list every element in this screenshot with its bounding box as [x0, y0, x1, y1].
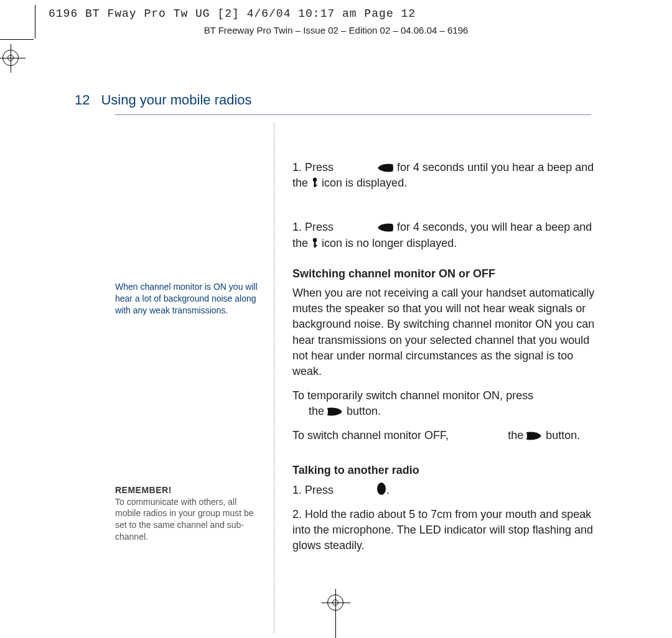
- step-keylock-on: 1. Press for 4 seconds until you hear a …: [292, 160, 597, 191]
- talk-step1: 1. Press .: [292, 482, 597, 498]
- monitor-button-icon: [526, 431, 543, 441]
- key-lock-icon: [311, 177, 319, 188]
- section-title: Using your mobile radios: [101, 92, 251, 108]
- heading-switching-monitor: Switching channel monitor ON or OFF: [292, 266, 597, 282]
- svg-rect-4: [314, 241, 316, 247]
- monitor-button-icon: [327, 407, 343, 417]
- sidebar: When channel monitor is ON you will hear…: [115, 281, 261, 543]
- talk-step2: 2. Hold the radio about 5 to 7cm from yo…: [292, 507, 597, 554]
- svg-rect-5: [314, 245, 317, 246]
- svg-rect-1: [314, 181, 316, 187]
- mode-button-icon: [376, 223, 394, 233]
- heading-talking: Talking to another radio: [292, 463, 597, 478]
- svg-rect-2: [314, 185, 317, 186]
- mode-button-icon: [376, 163, 394, 173]
- svg-point-6: [377, 483, 386, 495]
- remember-heading: REMEMBER!: [115, 484, 261, 496]
- print-header: BT Freeway Pro Twin – Issue 02 – Edition…: [0, 25, 672, 35]
- page-number: 12: [75, 92, 90, 108]
- monitor-off-instruction: To switch channel monitor OFF, the butto…: [292, 428, 597, 443]
- monitor-on-instruction: To temporarily switch channel monitor ON…: [292, 388, 597, 419]
- column-divider: [274, 123, 274, 633]
- sidebar-note: When channel monitor is ON you will hear…: [115, 281, 261, 317]
- remember-body: To communicate with others, all mobile r…: [115, 496, 261, 543]
- key-lock-icon: [311, 238, 319, 249]
- header-rule: [115, 114, 591, 115]
- step-keylock-off: 1. Press for 4 seconds, you will hear a …: [292, 220, 597, 251]
- ptt-button-icon: [376, 482, 386, 496]
- print-slug: 6196 BT Fway Pro Tw UG [2] 4/6/04 10:17 …: [49, 7, 416, 20]
- main-column: 1. Press for 4 seconds until you hear a …: [292, 160, 597, 563]
- document-page: 12 Using your mobile radios When channel…: [6, 45, 666, 633]
- switching-monitor-body: When you are not receiving a call your h…: [292, 285, 597, 379]
